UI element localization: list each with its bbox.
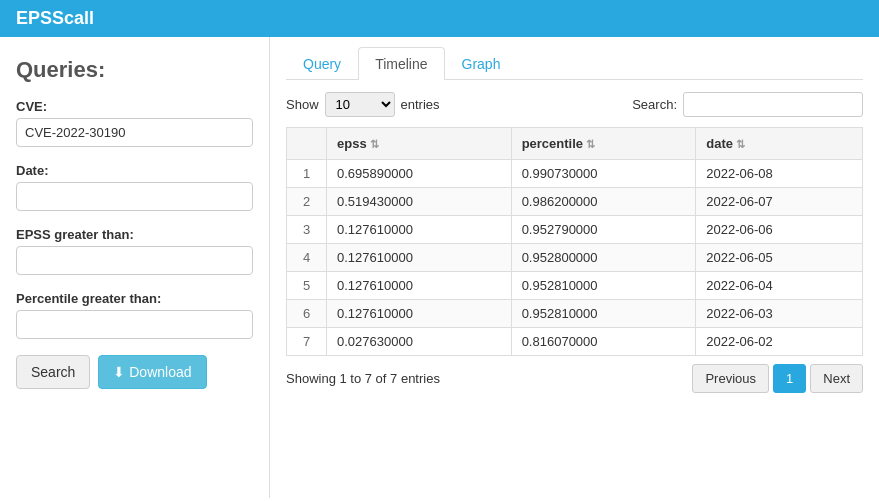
table-row: 3 0.127610000 0.952790000 2022-06-06 (287, 216, 863, 244)
download-button[interactable]: Download (98, 355, 206, 389)
sidebar-title: Queries: (16, 57, 253, 83)
cell-epss: 0.127610000 (327, 300, 512, 328)
search-label: Search: (632, 97, 677, 112)
cell-num: 6 (287, 300, 327, 328)
percentile-input[interactable] (16, 310, 253, 339)
app-title: EPSScall (16, 8, 94, 28)
cell-epss: 0.027630000 (327, 328, 512, 356)
table-search-input[interactable] (683, 92, 863, 117)
search-button[interactable]: Search (16, 355, 90, 389)
cve-label: CVE: (16, 99, 253, 114)
cell-date: 2022-06-08 (696, 160, 863, 188)
percentile-label: Percentile greater than: (16, 291, 253, 306)
tab-query[interactable]: Query (286, 47, 358, 80)
previous-button[interactable]: Previous (692, 364, 769, 393)
date-group: Date: (16, 163, 253, 211)
col-epss[interactable]: epss (327, 128, 512, 160)
show-label: Show (286, 97, 319, 112)
cell-percentile: 0.816070000 (511, 328, 696, 356)
data-table: epss percentile date 1 0.695890000 0.990… (286, 127, 863, 356)
epss-label: EPSS greater than: (16, 227, 253, 242)
table-row: 7 0.027630000 0.816070000 2022-06-02 (287, 328, 863, 356)
search-box: Search: (632, 92, 863, 117)
cell-percentile: 0.990730000 (511, 160, 696, 188)
table-controls: Show 10 25 50 100 entries Search: (286, 92, 863, 117)
cell-epss: 0.695890000 (327, 160, 512, 188)
cell-num: 3 (287, 216, 327, 244)
cell-num: 1 (287, 160, 327, 188)
cell-num: 7 (287, 328, 327, 356)
table-header-row: epss percentile date (287, 128, 863, 160)
cell-date: 2022-06-06 (696, 216, 863, 244)
download-icon (113, 364, 129, 380)
cell-epss: 0.519430000 (327, 188, 512, 216)
cell-percentile: 0.952810000 (511, 272, 696, 300)
table-row: 6 0.127610000 0.952810000 2022-06-03 (287, 300, 863, 328)
cell-num: 5 (287, 272, 327, 300)
app-header: EPSScall (0, 0, 879, 37)
action-buttons: Search Download (16, 355, 253, 389)
table-row: 1 0.695890000 0.990730000 2022-06-08 (287, 160, 863, 188)
pagination: Previous 1 Next (692, 364, 863, 393)
next-button[interactable]: Next (810, 364, 863, 393)
tab-graph[interactable]: Graph (445, 47, 518, 80)
cell-date: 2022-06-02 (696, 328, 863, 356)
show-entries-control: Show 10 25 50 100 entries (286, 92, 440, 117)
epss-group: EPSS greater than: (16, 227, 253, 275)
table-row: 5 0.127610000 0.952810000 2022-06-04 (287, 272, 863, 300)
content-area: Query Timeline Graph Show 10 25 50 100 e… (270, 37, 879, 498)
table-row: 4 0.127610000 0.952800000 2022-06-05 (287, 244, 863, 272)
cve-group: CVE: (16, 99, 253, 147)
cell-percentile: 0.952790000 (511, 216, 696, 244)
percentile-group: Percentile greater than: (16, 291, 253, 339)
epss-input[interactable] (16, 246, 253, 275)
cell-num: 2 (287, 188, 327, 216)
col-date[interactable]: date (696, 128, 863, 160)
table-footer: Showing 1 to 7 of 7 entries Previous 1 N… (286, 364, 863, 393)
col-num (287, 128, 327, 160)
cell-date: 2022-06-04 (696, 272, 863, 300)
date-input[interactable] (16, 182, 253, 211)
cell-epss: 0.127610000 (327, 216, 512, 244)
cell-epss: 0.127610000 (327, 272, 512, 300)
cell-date: 2022-06-03 (696, 300, 863, 328)
cell-percentile: 0.952800000 (511, 244, 696, 272)
entries-label: entries (401, 97, 440, 112)
tabs-bar: Query Timeline Graph (286, 47, 863, 80)
main-layout: Queries: CVE: Date: EPSS greater than: P… (0, 37, 879, 498)
sidebar: Queries: CVE: Date: EPSS greater than: P… (0, 37, 270, 498)
tab-timeline[interactable]: Timeline (358, 47, 444, 80)
cell-num: 4 (287, 244, 327, 272)
table-row: 2 0.519430000 0.986200000 2022-06-07 (287, 188, 863, 216)
cell-percentile: 0.986200000 (511, 188, 696, 216)
cell-date: 2022-06-05 (696, 244, 863, 272)
cve-input[interactable] (16, 118, 253, 147)
cell-percentile: 0.952810000 (511, 300, 696, 328)
page-1-button[interactable]: 1 (773, 364, 806, 393)
date-label: Date: (16, 163, 253, 178)
col-percentile[interactable]: percentile (511, 128, 696, 160)
entries-select[interactable]: 10 25 50 100 (325, 92, 395, 117)
cell-date: 2022-06-07 (696, 188, 863, 216)
cell-epss: 0.127610000 (327, 244, 512, 272)
showing-info: Showing 1 to 7 of 7 entries (286, 371, 440, 386)
